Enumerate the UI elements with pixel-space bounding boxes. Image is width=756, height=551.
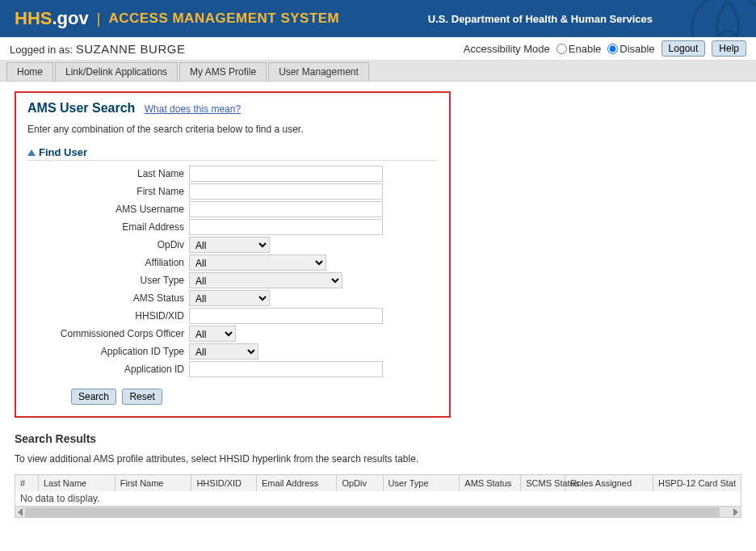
label-user-type: User Type bbox=[27, 275, 189, 286]
app-id-type-select[interactable]: All bbox=[189, 343, 258, 360]
panel-title: AMS User Search bbox=[27, 101, 135, 115]
col-hspd12[interactable]: HSPD-12 Card Stat bbox=[653, 475, 741, 491]
find-user-section-header[interactable]: Find User bbox=[27, 146, 438, 161]
logo-separator: | bbox=[97, 11, 101, 27]
user-search-panel: AMS User Search What does this mean? Ent… bbox=[15, 91, 451, 418]
email-input[interactable] bbox=[189, 219, 383, 235]
label-email: Email Address bbox=[27, 221, 189, 233]
col-num[interactable]: # bbox=[15, 475, 39, 491]
label-opdiv: OpDiv bbox=[27, 239, 189, 250]
app-title: ACCESS MANAGEMENT SYSTEM bbox=[108, 11, 339, 27]
results-table: # Last Name First Name HHSID/XID Email A… bbox=[15, 474, 741, 518]
user-type-select[interactable]: All bbox=[189, 272, 342, 288]
col-scms-status[interactable]: SCMS Status bbox=[521, 475, 565, 491]
collapse-icon bbox=[27, 149, 36, 156]
label-first-name: First Name bbox=[27, 186, 189, 197]
logo-main: HHS bbox=[15, 8, 52, 28]
col-ams-status[interactable]: AMS Status bbox=[460, 475, 521, 491]
label-affiliation: Affiliation bbox=[27, 257, 189, 268]
section-label: Find User bbox=[39, 146, 87, 158]
last-name-input[interactable] bbox=[189, 166, 383, 182]
scroll-left-icon[interactable] bbox=[18, 508, 23, 516]
disable-radio[interactable] bbox=[607, 44, 618, 54]
label-app-id: Application ID bbox=[27, 364, 189, 375]
logged-in-label: Logged in as: bbox=[10, 44, 73, 56]
tab-home[interactable]: Home bbox=[6, 62, 53, 81]
logout-button[interactable]: Logout bbox=[662, 40, 706, 57]
col-hhsid[interactable]: HHSID/XID bbox=[191, 475, 257, 491]
tab-link-delink[interactable]: Link/Delink Applications bbox=[55, 62, 178, 81]
col-user-type[interactable]: User Type bbox=[384, 475, 460, 491]
search-button[interactable]: Search bbox=[71, 389, 116, 405]
accessibility-label: Accessibility Mode bbox=[464, 43, 550, 55]
label-app-id-type: Application ID Type bbox=[27, 346, 189, 357]
col-first-name[interactable]: First Name bbox=[116, 475, 192, 491]
logged-in-user: SUZANNE BURGE bbox=[76, 42, 186, 56]
enable-radio[interactable] bbox=[556, 44, 567, 54]
results-header-row: # Last Name First Name HHSID/XID Email A… bbox=[15, 475, 741, 491]
col-roles[interactable]: Roles Assigned bbox=[565, 475, 653, 491]
no-data-message: No data to display. bbox=[15, 491, 741, 506]
label-hhsid: HHSID/XID bbox=[27, 310, 189, 322]
label-ams-username: AMS Username bbox=[27, 204, 189, 215]
what-does-this-mean-link[interactable]: What does this mean? bbox=[145, 103, 241, 115]
col-email[interactable]: Email Address bbox=[257, 475, 337, 491]
label-cco: Commissioned Corps Officer bbox=[27, 328, 189, 339]
hhs-seal-icon bbox=[683, 0, 756, 37]
app-id-input[interactable] bbox=[189, 361, 383, 377]
session-row: Logged in as: SUZANNE BURGE Accessibilit… bbox=[0, 37, 756, 61]
affiliation-select[interactable]: All bbox=[189, 254, 326, 271]
opdiv-select[interactable]: All bbox=[189, 237, 270, 253]
help-button[interactable]: Help bbox=[712, 40, 746, 57]
first-name-input[interactable] bbox=[189, 183, 383, 200]
hhs-logo: HHS.gov bbox=[15, 8, 89, 29]
label-ams-status: AMS Status bbox=[27, 292, 189, 304]
hhsid-input[interactable] bbox=[189, 308, 383, 324]
logo-gov: .gov bbox=[52, 8, 88, 28]
results-description: To view additional AMS profile attribute… bbox=[15, 453, 741, 465]
tab-my-profile[interactable]: My AMS Profile bbox=[179, 62, 267, 81]
ams-username-input[interactable] bbox=[189, 201, 383, 217]
accessibility-enable[interactable]: Enable bbox=[556, 43, 601, 55]
nav-tabs: Home Link/Delink Applications My AMS Pro… bbox=[0, 61, 756, 82]
accessibility-disable[interactable]: Disable bbox=[607, 43, 654, 55]
panel-description: Enter any combination of the search crit… bbox=[27, 124, 438, 135]
col-last-name[interactable]: Last Name bbox=[39, 475, 116, 491]
tab-user-management[interactable]: User Management bbox=[268, 62, 369, 81]
horizontal-scrollbar[interactable] bbox=[15, 506, 741, 517]
cco-select[interactable]: All bbox=[189, 326, 236, 342]
scroll-right-icon[interactable] bbox=[733, 508, 738, 516]
label-last-name: Last Name bbox=[27, 168, 189, 179]
col-opdiv[interactable]: OpDiv bbox=[337, 475, 383, 491]
scroll-thumb[interactable] bbox=[25, 507, 720, 517]
reset-button[interactable]: Reset bbox=[122, 389, 162, 405]
find-user-form: Last Name First Name AMS Username Email … bbox=[27, 166, 438, 405]
header-bar: HHS.gov | ACCESS MANAGEMENT SYSTEM U.S. … bbox=[0, 0, 756, 37]
ams-status-select[interactable]: All bbox=[189, 290, 270, 306]
results-title: Search Results bbox=[15, 432, 741, 445]
